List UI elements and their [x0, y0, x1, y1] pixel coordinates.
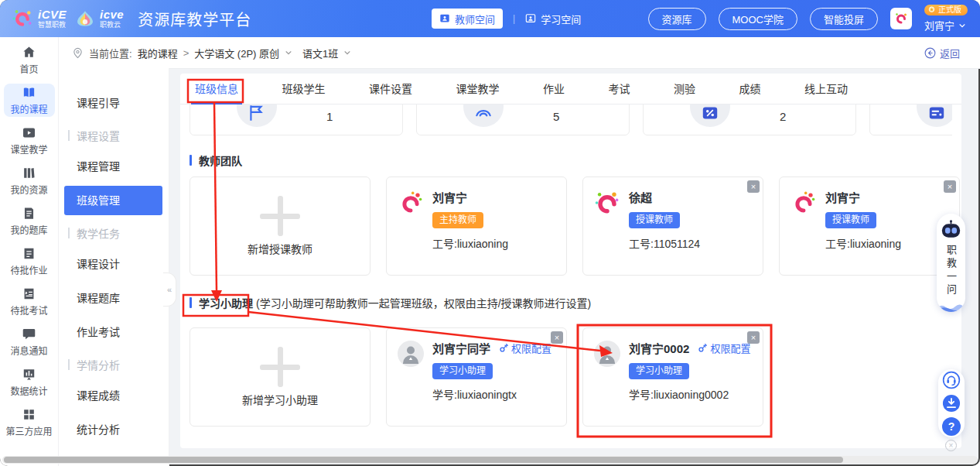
- header-actions: 资源库 MOOC学院 智能投屏 正式版 刘宵宁: [648, 0, 968, 37]
- assistant-card: × 刘宵宁同学 权限配置 学习小助理: [386, 327, 567, 427]
- student-space-button[interactable]: 学习空间: [525, 12, 581, 26]
- chevron-down-icon: [958, 22, 966, 29]
- menu-item-course-guide[interactable]: 课程引导: [64, 88, 162, 118]
- menu-item-class-management[interactable]: 班级管理: [64, 186, 162, 215]
- teacher-name: 刘宵宁: [432, 189, 467, 205]
- sidebar-item-exams-to-grade[interactable]: 待批考试: [4, 285, 55, 318]
- sidebar-item-my-question-bank[interactable]: 我的题库: [4, 204, 55, 238]
- breadcrumb-my-courses[interactable]: 我的课程: [138, 46, 178, 60]
- breadcrumb-label: 当前位置:: [89, 46, 132, 60]
- teacher-card: × 刘宵宁 授课教师 工号:liuxiaoning: [779, 176, 960, 276]
- breadcrumb-separator: >: [183, 47, 190, 59]
- teacher-avatar: [397, 189, 425, 217]
- avatar[interactable]: [890, 8, 912, 29]
- resource-library-button[interactable]: 资源库: [648, 8, 706, 30]
- breadcrumb-course-select[interactable]: 大学语文 (2P) 原创: [194, 46, 279, 60]
- back-arrow-icon: [924, 47, 936, 59]
- sidebar-item-label: 我的题库: [10, 223, 47, 236]
- menu-collapse-handle[interactable]: «: [163, 272, 176, 307]
- back-button[interactable]: 返回: [924, 37, 960, 68]
- tab-grades[interactable]: 成绩: [739, 74, 761, 105]
- chevron-down-icon[interactable]: [343, 49, 351, 57]
- remove-assistant-button[interactable]: ×: [747, 331, 760, 344]
- sidebar-item-my-courses[interactable]: 我的课程: [4, 84, 55, 117]
- help-icon[interactable]: ?: [942, 417, 961, 436]
- menu-item-course-question-bank[interactable]: 课程题库: [64, 283, 162, 313]
- remove-teacher-button[interactable]: ×: [944, 180, 956, 193]
- menu-item-statistical-analysis[interactable]: 统计分析: [64, 415, 162, 444]
- collapse-widgets-icon[interactable]: ×: [945, 440, 957, 451]
- sidebar-item-label: 课堂教学: [10, 142, 47, 156]
- resource-library-icon: [22, 166, 36, 180]
- home-icon: [22, 45, 36, 60]
- tab-quiz[interactable]: 测验: [674, 74, 695, 105]
- sidebar-item-data-statistics[interactable]: 数据统计: [4, 365, 55, 399]
- student-space-label: 学习空间: [541, 12, 581, 26]
- permission-config-link[interactable]: 权限配置: [499, 341, 551, 355]
- breadcrumb-class-select[interactable]: 语文1班: [302, 46, 338, 60]
- tab-courseware-settings[interactable]: 课件设置: [369, 74, 412, 105]
- stat-value: 5: [553, 110, 559, 123]
- menu-item-course-grades[interactable]: 课程成绩: [64, 381, 162, 410]
- student-avatar: [593, 340, 621, 368]
- sidebar-item-label: 第三方应用: [5, 424, 52, 437]
- version-label: 正式版: [938, 5, 961, 14]
- role-badge: 主持教师: [432, 212, 483, 228]
- remove-assistant-button[interactable]: ×: [551, 331, 563, 344]
- smart-cast-button[interactable]: 智能投屏: [810, 8, 878, 30]
- stat-card[interactable]: [869, 105, 952, 135]
- horizontal-scrollbar-thumb[interactable]: [4, 457, 843, 463]
- sidebar-item-my-resources[interactable]: 我的资源: [4, 164, 55, 197]
- zhijiao-assistant-widget[interactable]: 职教一问: [937, 214, 965, 312]
- menu-item-homework-exam[interactable]: 作业考试: [64, 317, 162, 347]
- sidebar-item-label: 数据统计: [10, 384, 47, 397]
- question-bank-icon: [22, 206, 36, 221]
- permission-config-link[interactable]: 权限配置: [698, 341, 750, 355]
- sidebar-item-home[interactable]: 首页: [4, 43, 55, 77]
- sidebar-item-third-party-apps[interactable]: 第三方应用: [4, 406, 55, 439]
- classroom-play-icon: [22, 125, 36, 140]
- robot-icon: [940, 219, 962, 239]
- tab-classroom-teaching[interactable]: 课堂教学: [456, 74, 500, 105]
- version-badge: 正式版: [924, 5, 968, 15]
- permission-config-label: 权限配置: [710, 341, 750, 355]
- add-assistant-card[interactable]: 新增学习小助理: [190, 327, 370, 427]
- stat-card[interactable]: 2: [643, 105, 856, 135]
- section-title-label: 学习小助理: [199, 295, 253, 310]
- menu-group-course-settings: 课程设置: [58, 122, 169, 149]
- sidebar-item-classroom-teaching[interactable]: 课堂教学: [4, 124, 55, 157]
- mooc-academy-button[interactable]: MOOC学院: [719, 8, 797, 30]
- tab-homework[interactable]: 作业: [543, 74, 565, 105]
- homework-list-icon: [22, 246, 36, 261]
- role-badge: 授课教师: [629, 212, 680, 228]
- key-icon: [499, 343, 509, 353]
- menu-item-course-design[interactable]: 课程设计: [64, 249, 162, 279]
- stat-card[interactable]: 5: [416, 105, 630, 135]
- tab-exam[interactable]: 考试: [609, 74, 630, 105]
- add-assistant-label: 新增学习小助理: [242, 392, 318, 407]
- tab-class-students[interactable]: 班级学生: [282, 74, 326, 105]
- sidebar-item-notifications[interactable]: 消息通知: [4, 325, 55, 358]
- stat-card[interactable]: 1: [190, 105, 403, 135]
- tab-online-interaction[interactable]: 线上互动: [804, 74, 848, 105]
- assistant-id: 学号:liuxiaoning0002: [629, 386, 729, 402]
- nav-divider: |: [513, 13, 515, 24]
- chevron-down-icon[interactable]: [285, 49, 292, 57]
- signal-stat-icon: [463, 105, 504, 127]
- sidebar-item-label: 我的课程: [10, 102, 47, 115]
- tab-class-info[interactable]: 班级信息: [195, 74, 238, 105]
- permission-config-label: 权限配置: [511, 341, 551, 355]
- customer-service-icon[interactable]: [942, 371, 961, 389]
- space-switcher: 教师空间 | 学习空间: [432, 0, 581, 37]
- user-menu[interactable]: 正式版 刘宵宁: [924, 5, 968, 33]
- add-teacher-card[interactable]: 新增授课教师: [190, 176, 370, 276]
- remove-teacher-button[interactable]: ×: [747, 180, 760, 193]
- teacher-space-button[interactable]: 教师空间: [432, 9, 503, 29]
- medal-icon: [927, 5, 936, 14]
- assistant-section-note: (学习小助理可帮助教师一起管理班级，权限由主持/授课教师进行设置): [256, 295, 591, 310]
- menu-item-course-management[interactable]: 课程管理: [64, 152, 162, 181]
- sidebar-item-homework-to-grade[interactable]: 待批作业: [4, 245, 55, 278]
- breadcrumb: 当前位置: 我的课程 > 大学语文 (2P) 原创 语文1班 返回: [58, 37, 980, 69]
- download-icon[interactable]: [942, 394, 961, 413]
- header-branding: iCVE 智慧职教 icve 职教云 资源库教学平台: [11, 0, 251, 37]
